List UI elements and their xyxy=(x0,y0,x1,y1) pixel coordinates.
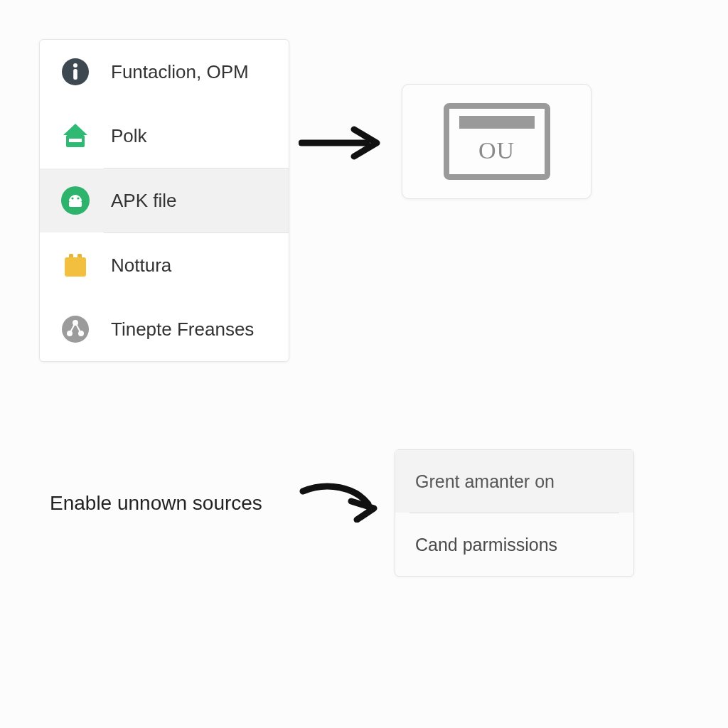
menu-item-label: Nottura xyxy=(111,255,171,277)
permissions-card: Grent amanter on Cand parmissions xyxy=(395,449,634,577)
svg-point-1 xyxy=(73,63,77,68)
folder-orange-icon xyxy=(60,250,91,281)
perm-item-label: Grent amanter on xyxy=(415,471,555,492)
file-options-menu: Funtaclion, OPM Polk APK file xyxy=(39,39,289,362)
menu-item-label: APK file xyxy=(111,190,177,212)
svg-rect-2 xyxy=(73,69,77,80)
arrow-curved-right-icon xyxy=(299,480,380,523)
menu-item-funtaclion[interactable]: Funtaclion, OPM xyxy=(40,40,289,104)
perm-item-label: Cand parmissions xyxy=(415,535,557,555)
enable-unknown-sources-label: Enable unnown sources xyxy=(50,492,262,515)
info-circle-icon xyxy=(60,56,91,87)
svg-marker-3 xyxy=(63,124,87,135)
menu-item-tinepte[interactable]: Tinepte Freanses xyxy=(40,297,289,361)
svg-rect-5 xyxy=(69,139,82,142)
svg-rect-9 xyxy=(69,201,82,207)
android-circle-icon xyxy=(60,185,91,216)
svg-point-8 xyxy=(77,197,79,199)
arrow-right-icon xyxy=(299,125,384,161)
menu-item-label: Tinepte Freanses xyxy=(111,318,254,341)
menu-item-label: Funtaclion, OPM xyxy=(111,61,249,83)
result-card: OU xyxy=(402,84,592,199)
menu-item-apk-file[interactable]: APK file xyxy=(40,168,289,232)
menu-item-polk[interactable]: Polk xyxy=(40,104,289,168)
svg-rect-12 xyxy=(65,257,86,277)
home-green-icon xyxy=(60,120,91,151)
credit-card-icon: OU xyxy=(444,103,550,180)
perm-item-cand[interactable]: Cand parmissions xyxy=(395,513,633,576)
svg-point-7 xyxy=(71,197,73,199)
result-card-label: OU xyxy=(449,137,545,164)
perm-item-grent[interactable]: Grent amanter on xyxy=(395,450,633,513)
nodes-circle-icon xyxy=(60,314,91,345)
svg-point-13 xyxy=(62,316,89,343)
menu-item-label: Polk xyxy=(111,125,147,147)
menu-item-nottura[interactable]: Nottura xyxy=(40,233,289,297)
